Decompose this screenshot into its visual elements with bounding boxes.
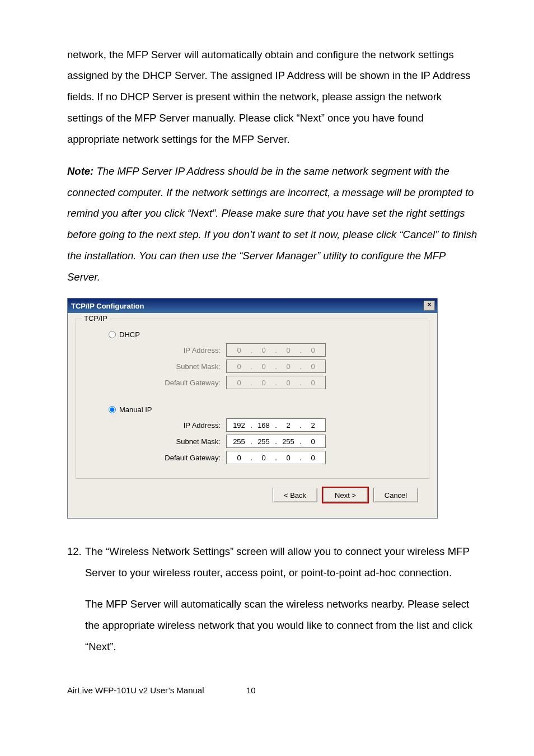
dialog-button-row: < Back Next > Cancel [76,479,429,510]
man-gw-field[interactable]: 0. 0. 0. 0 [226,451,326,464]
ip-dot: . [298,437,303,446]
ip-octet: 0 [229,346,249,354]
group-legend: TCP/IP [82,314,110,323]
radio-dhcp-label: DHCP [119,330,140,339]
note-body: The MFP Server IP Address should be in t… [67,165,477,283]
ip-octet: 0 [254,362,274,371]
ip-octet: 0 [254,454,274,462]
ip-dot: . [274,437,278,446]
ip-octet: 0 [229,454,249,462]
note-paragraph: Note: The MFP Server IP Address should b… [67,161,478,288]
paragraph-1: network, the MFP Server will automatical… [67,44,478,151]
man-mask-label: Subnet Mask: [86,437,226,446]
radio-manual-label: Manual IP [119,405,152,414]
ip-octet: 0 [303,454,323,462]
ip-octet: 192 [229,421,249,430]
ip-octet: 0 [254,346,274,354]
ip-octet: 255 [278,437,298,446]
ip-octet: 0 [278,362,298,371]
ip-dot: . [249,454,254,462]
dhcp-ip-label: IP Address: [86,346,226,354]
man-ip-field[interactable]: 192. 168. 2. 2 [226,418,326,432]
radio-dhcp-row[interactable]: DHCP [109,330,419,339]
man-gw-label: Default Gateway: [86,454,226,462]
ip-octet: 168 [254,421,274,430]
step-number: 12. [67,541,85,584]
dhcp-mask-field: 0. 0. 0. 0 [226,360,326,373]
step-12-text: The “Wireless Network Settings” screen w… [85,541,478,584]
step-12-continuation: The MFP Server will automatically scan t… [85,594,478,657]
ip-octet: 2 [303,421,323,430]
radio-manual-row[interactable]: Manual IP [109,405,419,414]
ip-dot: . [298,421,303,430]
back-button[interactable]: < Back [273,488,317,502]
ip-dot: . [249,379,254,387]
dhcp-gw-label: Default Gateway: [86,379,226,387]
tcpip-groupbox: TCP/IP DHCP IP Address: 0. 0. 0. 0 [76,319,429,479]
ip-octet: 0 [278,346,298,354]
ip-octet: 0 [278,454,298,462]
cancel-button[interactable]: Cancel [373,488,418,502]
ip-octet: 0 [254,379,274,387]
ip-octet: 0 [303,346,323,354]
ip-octet: 2 [278,421,298,430]
step-12: 12. The “Wireless Network Settings” scre… [67,541,478,584]
ip-octet: 0 [303,379,323,387]
dhcp-mask-label: Subnet Mask: [86,362,226,371]
dialog-body: TCP/IP DHCP IP Address: 0. 0. 0. 0 [68,313,437,518]
ip-dot: . [249,421,254,430]
dhcp-gw-field: 0. 0. 0. 0 [226,376,326,389]
footer-page-number: 10 [246,685,256,695]
note-label: Note: [67,165,93,177]
man-mask-field[interactable]: 255. 255. 255. 0 [226,435,326,448]
dialog-titlebar: TCP/IP Configuration × [68,298,437,313]
ip-dot: . [298,379,303,387]
ip-dot: . [249,437,254,446]
ip-octet: 0 [303,362,323,371]
page-footer: AirLive WFP-101U v2 User’s Manual 10 [67,685,478,695]
ip-octet: 0 [278,379,298,387]
ip-octet: 0 [229,362,249,371]
ip-dot: . [298,454,303,462]
ip-octet: 255 [229,437,249,446]
close-icon[interactable]: × [424,301,435,311]
ip-octet: 0 [303,437,323,446]
tcpip-dialog: TCP/IP Configuration × TCP/IP DHCP IP Ad… [67,298,438,519]
ip-dot: . [298,346,303,354]
ip-dot: . [298,362,303,371]
ip-dot: . [249,346,254,354]
ip-dot: . [249,362,254,371]
ip-dot: . [274,421,278,430]
dhcp-ip-field: 0. 0. 0. 0 [226,343,326,357]
ip-dot: . [274,454,278,462]
ip-dot: . [274,346,278,354]
radio-dhcp[interactable] [109,331,116,338]
man-ip-label: IP Address: [86,421,226,430]
ip-dot: . [274,379,278,387]
ip-octet: 0 [229,379,249,387]
next-button[interactable]: Next > [323,488,368,502]
dialog-title: TCP/IP Configuration [71,302,144,310]
ip-octet: 255 [254,437,274,446]
ip-dot: . [274,362,278,371]
footer-manual-title: AirLive WFP-101U v2 User’s Manual [67,685,246,695]
radio-manual[interactable] [109,406,116,413]
